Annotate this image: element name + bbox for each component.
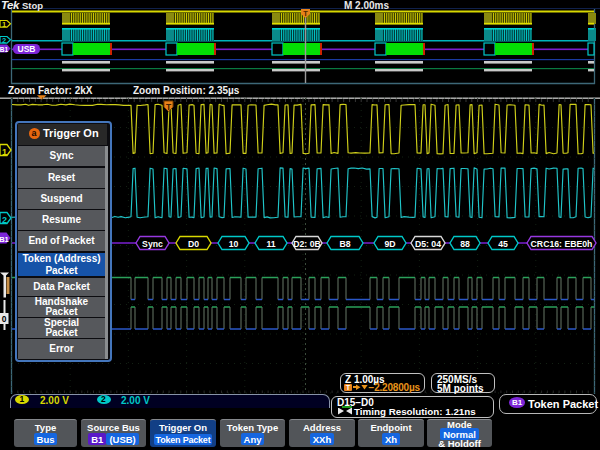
svg-text:1: 1 <box>2 147 7 157</box>
svg-text:B8: B8 <box>339 239 350 249</box>
svg-text:10: 10 <box>229 239 239 249</box>
svg-text:9D: 9D <box>384 239 395 249</box>
svg-text:D0: D0 <box>188 239 199 249</box>
svg-text:T: T <box>166 102 172 112</box>
svg-text:2: 2 <box>2 215 7 225</box>
svg-text:D2: 0B: D2: 0B <box>293 239 321 249</box>
svg-text:45: 45 <box>498 239 508 249</box>
svg-text:11: 11 <box>266 239 275 249</box>
svg-text:0: 0 <box>2 314 7 324</box>
svg-text:B1: B1 <box>0 235 9 244</box>
svg-text:Sync: Sync <box>142 239 163 249</box>
svg-text:D5: 04: D5: 04 <box>415 239 441 249</box>
svg-text:CRC16: EBE0h: CRC16: EBE0h <box>531 239 593 249</box>
svg-text:88: 88 <box>460 239 470 249</box>
